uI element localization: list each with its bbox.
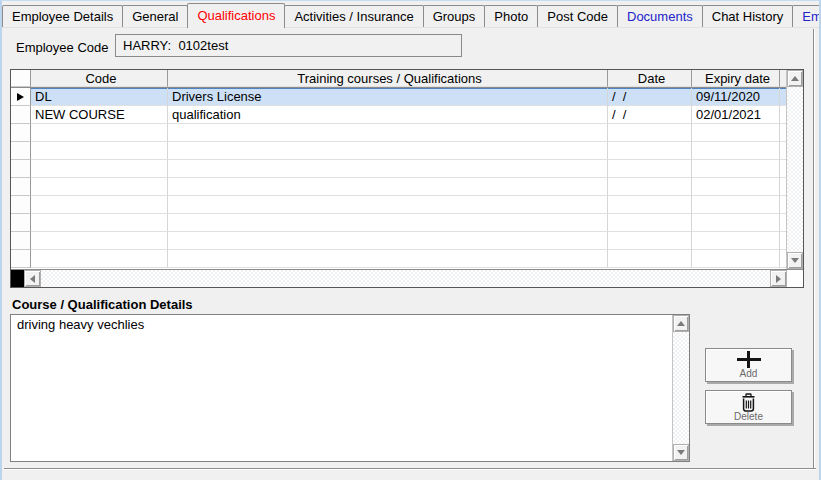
grid-cell[interactable]	[608, 124, 692, 142]
grid-header-row: Code Training courses / Qualifications D…	[11, 70, 786, 88]
grid-cell[interactable]	[168, 124, 608, 142]
column-header-expiry[interactable]: Expiry date	[692, 70, 780, 87]
grid-cell[interactable]: DL	[31, 88, 168, 106]
row-pointer-icon	[17, 93, 24, 101]
grid-cell[interactable]	[692, 178, 780, 196]
tab-email[interactable]: Email	[792, 5, 821, 27]
grid-cell[interactable]: NEW COURSE	[31, 106, 168, 124]
grid-horizontal-scrollbar[interactable]	[11, 269, 803, 287]
grid-cell[interactable]: qualification	[168, 106, 608, 124]
details-vertical-scrollbar[interactable]	[672, 315, 689, 461]
details-scroll-track[interactable]	[673, 332, 689, 444]
course-details-label: Course / Qualification Details	[12, 297, 193, 312]
grid-cell[interactable]	[608, 214, 692, 232]
delete-button[interactable]: Delete	[705, 390, 792, 424]
grid-cell[interactable]	[692, 214, 780, 232]
table-row[interactable]: DLDrivers License/ /09/11/2020	[11, 88, 786, 106]
tab-documents[interactable]: Documents	[617, 5, 703, 27]
grid-cell[interactable]	[168, 250, 608, 268]
course-details-textbox[interactable]: driving heavy vechlies	[10, 314, 690, 462]
scroll-left-button[interactable]	[24, 270, 41, 287]
down-arrow-icon	[791, 258, 799, 263]
course-details-text[interactable]: driving heavy vechlies	[11, 315, 672, 461]
table-row-empty	[11, 142, 786, 160]
grid-cell[interactable]	[168, 160, 608, 178]
grid-cell[interactable]: 09/11/2020	[692, 88, 780, 106]
grid-cell[interactable]	[31, 214, 168, 232]
grid-cell[interactable]	[608, 160, 692, 178]
tab-employee-details[interactable]: Employee Details	[2, 5, 123, 27]
row-selector[interactable]	[11, 178, 31, 196]
add-button[interactable]: Add	[705, 348, 792, 382]
tab-post-code[interactable]: Post Code	[537, 5, 618, 27]
horizontal-scroll-track[interactable]	[41, 270, 770, 287]
row-selector[interactable]	[11, 160, 31, 178]
grid-cell[interactable]: / /	[608, 88, 692, 106]
grid-cell[interactable]	[168, 232, 608, 250]
tab-chat-history[interactable]: Chat History	[702, 5, 794, 27]
grid-cell[interactable]	[31, 178, 168, 196]
grid-cell[interactable]	[31, 232, 168, 250]
row-selector[interactable]	[11, 250, 31, 268]
tab-general[interactable]: General	[122, 5, 188, 27]
table-row[interactable]: NEW COURSEqualification/ /02/01/2021	[11, 106, 786, 124]
row-selector[interactable]	[11, 142, 31, 160]
grid-cell[interactable]	[692, 250, 780, 268]
right-frame-divider	[813, 29, 815, 468]
grid-cell[interactable]	[168, 196, 608, 214]
row-selector[interactable]	[11, 214, 31, 232]
grid-cell[interactable]	[168, 142, 608, 160]
grid-cell[interactable]	[31, 124, 168, 142]
grid-cell[interactable]	[608, 196, 692, 214]
row-selector[interactable]	[11, 232, 31, 250]
grid-cell[interactable]	[692, 124, 780, 142]
grid-cell[interactable]: / /	[608, 106, 692, 124]
grid-cell[interactable]	[608, 142, 692, 160]
grid-cell[interactable]	[31, 196, 168, 214]
details-scroll-down-button[interactable]	[673, 444, 689, 461]
grid-cell[interactable]: 02/01/2021	[692, 106, 780, 124]
grid-cell[interactable]	[608, 178, 692, 196]
row-selector[interactable]	[11, 124, 31, 142]
grid-cell[interactable]	[31, 160, 168, 178]
grid-cell[interactable]	[168, 178, 608, 196]
tab-photo[interactable]: Photo	[484, 5, 538, 27]
column-header-date[interactable]: Date	[608, 70, 692, 87]
grid-cell[interactable]: Drivers License	[168, 88, 608, 106]
grid-cell[interactable]	[692, 232, 780, 250]
tab-bar: Employee DetailsGeneralQualificationsAct…	[2, 3, 819, 28]
down-arrow-icon	[677, 450, 685, 455]
table-row-empty	[11, 250, 786, 268]
column-header-course[interactable]: Training courses / Qualifications	[168, 70, 608, 87]
employee-code-field[interactable]: HARRY: 0102test	[115, 34, 462, 57]
grid-vertical-scrollbar[interactable]	[786, 70, 803, 269]
scroll-up-button[interactable]	[787, 70, 803, 87]
scroll-right-button[interactable]	[770, 270, 787, 287]
details-scroll-up-button[interactable]	[673, 315, 689, 332]
grid-cell[interactable]	[608, 250, 692, 268]
scroll-down-button[interactable]	[787, 252, 803, 269]
plus-icon	[737, 351, 761, 368]
row-selector[interactable]	[11, 196, 31, 214]
vertical-scroll-track[interactable]	[787, 87, 803, 252]
column-header-code[interactable]: Code	[31, 70, 168, 87]
table-row-empty	[11, 124, 786, 142]
grid-bottom-right-corner	[787, 270, 803, 287]
column-header-selector	[11, 70, 31, 87]
grid-cell[interactable]	[168, 214, 608, 232]
grid-cell[interactable]	[692, 196, 780, 214]
grid-cell[interactable]	[692, 160, 780, 178]
grid-main: Code Training courses / Qualifications D…	[11, 70, 786, 269]
table-row-empty	[11, 196, 786, 214]
grid-cell[interactable]	[692, 142, 780, 160]
row-selector[interactable]	[11, 88, 31, 106]
grid-body: DLDrivers License/ /09/11/2020NEW COURSE…	[11, 88, 786, 268]
tab-activities-insurance[interactable]: Activities / Insurance	[284, 5, 423, 27]
grid-cell[interactable]	[608, 232, 692, 250]
employee-code-label: Employee Code	[16, 40, 109, 55]
tab-groups[interactable]: Groups	[423, 5, 486, 27]
row-selector[interactable]	[11, 106, 31, 124]
tab-qualifications[interactable]: Qualifications	[187, 3, 285, 28]
grid-cell[interactable]	[31, 250, 168, 268]
grid-cell[interactable]	[31, 142, 168, 160]
